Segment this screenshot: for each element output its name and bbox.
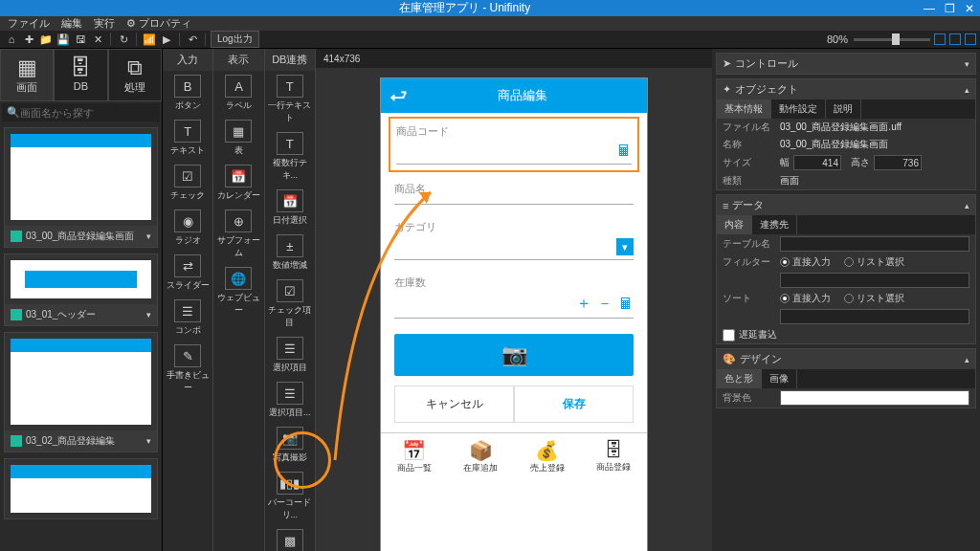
tab-desc[interactable]: 説明	[826, 99, 861, 119]
annotation-circle	[274, 431, 331, 489]
radio-sort-direct[interactable]	[780, 294, 790, 303]
tab-content[interactable]: 内容	[717, 215, 752, 234]
app-title: 在庫管理アプリ - Unifinity	[6, 0, 924, 16]
palette-combo[interactable]: ☰コンボ	[163, 296, 212, 341]
calculator-icon[interactable]: 🖩	[616, 143, 632, 160]
field-code[interactable]: 商品コード 🖩	[389, 117, 639, 172]
undo-icon[interactable]: ↶	[185, 32, 200, 47]
menu-property[interactable]: ⚙ プロパティ	[126, 16, 191, 31]
palette-qrcode[interactable]: ▩QRコードリ...	[265, 525, 315, 551]
field-stock[interactable]: 在庫数 ＋ － 🖩	[394, 276, 634, 319]
canvas-size: 414x736	[323, 54, 360, 64]
tab-db[interactable]: 🗄DB	[54, 49, 107, 101]
wifi-icon[interactable]: 📶	[142, 32, 157, 47]
field-name[interactable]: 商品名	[394, 182, 634, 205]
palette-label[interactable]: Aラベル	[213, 71, 263, 116]
menu-run[interactable]: 実行	[94, 16, 115, 31]
minimize-button[interactable]: —	[924, 2, 935, 15]
maximize-button[interactable]: ❐	[945, 2, 955, 15]
phone-preview[interactable]: ⮐ 商品編集 商品コード 🖩 商品名 カテゴリ	[380, 77, 648, 551]
tab-color[interactable]: 色と形	[717, 369, 762, 388]
delete-icon[interactable]: ✕	[90, 32, 105, 47]
left-panel: ▦画面 🗄DB ⧉処理 🔍 03_00_商品登録編集画面▾ 03_01_ヘッダー…	[0, 49, 163, 551]
cursor-icon: ➤	[723, 57, 731, 70]
palette-slider[interactable]: ⇄スライダー	[163, 251, 212, 296]
search-icon: 🔍	[7, 106, 20, 119]
tab-image[interactable]: 画像	[762, 369, 797, 388]
design-icon: 🎨	[723, 353, 736, 365]
nav-register[interactable]: 🗄商品登録	[581, 433, 648, 480]
new-icon[interactable]: ✚	[21, 32, 36, 47]
sort-select[interactable]	[780, 309, 969, 324]
close-button[interactable]: ✕	[965, 2, 974, 15]
save-button[interactable]: 保存	[514, 386, 634, 423]
refresh-icon[interactable]: ↻	[116, 32, 131, 47]
search-input[interactable]	[20, 107, 155, 119]
tab-process[interactable]: ⧉処理	[108, 49, 162, 101]
canvas-area: 414x736 ⮐ 商品編集 商品コード 🖩	[316, 49, 712, 551]
tab-link[interactable]: 連携先	[752, 215, 797, 234]
open-icon[interactable]: 📁	[38, 32, 54, 47]
defer-checkbox[interactable]	[723, 329, 735, 342]
layout-2-button[interactable]	[949, 33, 961, 45]
minus-icon[interactable]: －	[597, 294, 612, 314]
nav-add[interactable]: 📦在庫追加	[448, 433, 515, 480]
plus-icon[interactable]: ＋	[576, 294, 591, 314]
filter-select[interactable]	[780, 273, 969, 288]
palette-numstep[interactable]: ±数値増減	[265, 231, 315, 276]
zoom-slider[interactable]	[854, 38, 930, 41]
palette-calendar[interactable]: 📅カレンダー	[213, 161, 263, 206]
puzzle-icon: ✦	[723, 83, 731, 96]
palette-selectitem2[interactable]: ☰選択項目...	[265, 378, 315, 423]
radio-sort-list[interactable]	[844, 294, 854, 303]
palette-handwrite[interactable]: ✎手書きビュー	[163, 341, 212, 398]
cancel-button[interactable]: キャンセル	[394, 386, 514, 423]
data-icon: ≡	[723, 200, 728, 211]
palette-checkitem[interactable]: ☑チェック項目	[265, 276, 315, 333]
palette-onelinetext[interactable]: T一行テキスト	[265, 71, 315, 128]
height-input[interactable]	[874, 155, 922, 170]
layout-1-button[interactable]	[934, 33, 946, 45]
search-box[interactable]: 🔍	[2, 103, 160, 121]
toolbar: ⌂ ✚ 📁 💾 🖫 ✕ ↻ 📶 ▶ ↶ Log出力 80%	[0, 31, 980, 49]
log-button[interactable]: Log出力	[211, 31, 259, 48]
tab-basic[interactable]: 基本情報	[717, 99, 771, 119]
layout-3-button[interactable]	[965, 33, 976, 45]
camera-button[interactable]: 📷	[394, 334, 634, 376]
chevron-down-icon[interactable]: ▾	[616, 238, 634, 255]
palette-multilinetext[interactable]: T複数行テキ...	[265, 128, 315, 186]
palette-table[interactable]: ▦表	[213, 116, 263, 161]
screen-thumb[interactable]: 03_01_ヘッダー▾	[4, 253, 158, 326]
save-all-icon[interactable]: 🖫	[73, 32, 88, 47]
screen-thumb[interactable]: 03_02_商品登録編集▾	[4, 332, 158, 452]
save-icon[interactable]: 💾	[56, 32, 71, 47]
calculator-icon[interactable]: 🖩	[618, 296, 634, 313]
title-bar: 在庫管理アプリ - Unifinity — ❐ ✕	[0, 0, 980, 16]
field-category[interactable]: カテゴリ ▾	[394, 220, 634, 260]
home-icon[interactable]: ⌂	[4, 32, 19, 47]
palette-datepick[interactable]: 📅日付選択	[265, 186, 315, 231]
radio-list[interactable]	[844, 257, 854, 267]
palette-radio[interactable]: ◉ラジオ	[163, 206, 212, 251]
table-select[interactable]	[780, 236, 969, 252]
menu-edit[interactable]: 編集	[61, 16, 82, 31]
nav-sales[interactable]: 💰売上登録	[514, 433, 581, 480]
palette-text[interactable]: Tテキスト	[163, 116, 212, 161]
zoom-value: 80%	[827, 33, 848, 45]
play-icon[interactable]: ▶	[159, 32, 174, 47]
tab-action[interactable]: 動作設定	[771, 99, 826, 119]
tab-screen[interactable]: ▦画面	[0, 49, 54, 101]
radio-direct[interactable]	[780, 257, 790, 267]
palette-check[interactable]: ☑チェック	[163, 161, 212, 206]
screen-thumb[interactable]: 03_00_商品登録編集画面▾	[4, 127, 158, 248]
nav-list[interactable]: 📅商品一覧	[381, 433, 448, 480]
back-icon[interactable]: ⮐	[390, 86, 408, 106]
palette-button[interactable]: Bボタン	[163, 71, 212, 116]
screen-thumb[interactable]	[4, 458, 158, 519]
bgcolor-select[interactable]	[780, 390, 969, 406]
palette-subform[interactable]: ⊕サブフォーム	[213, 206, 263, 263]
palette-webview[interactable]: 🌐ウェブビュー	[213, 263, 263, 320]
menu-file[interactable]: ファイル	[8, 16, 50, 31]
width-input[interactable]	[793, 155, 841, 170]
palette-selectitem[interactable]: ☰選択項目	[265, 333, 315, 378]
